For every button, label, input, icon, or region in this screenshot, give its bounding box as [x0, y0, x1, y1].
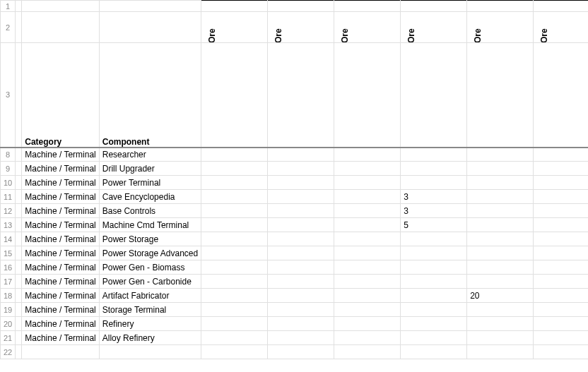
data-cell[interactable] [534, 275, 588, 289]
data-cell[interactable] [334, 176, 401, 190]
cell[interactable] [16, 232, 22, 246]
data-cell[interactable] [201, 218, 268, 232]
category-cell[interactable]: Machine / Terminal [22, 303, 100, 317]
data-cell[interactable] [334, 204, 401, 218]
component-header[interactable]: Component [99, 43, 201, 148]
column-group-header[interactable]: Ore [201, 12, 268, 43]
data-cell[interactable] [268, 289, 334, 303]
category-cell[interactable]: Machine / Terminal [22, 260, 100, 275]
data-cell[interactable] [534, 204, 588, 218]
data-cell[interactable] [334, 303, 401, 317]
data-cell[interactable] [334, 275, 401, 289]
cell[interactable] [16, 162, 22, 176]
cell[interactable] [201, 1, 268, 12]
data-cell[interactable] [268, 260, 334, 275]
data-cell[interactable] [268, 190, 334, 204]
data-cell[interactable] [401, 176, 467, 190]
data-cell[interactable] [334, 331, 401, 345]
category-cell[interactable]: Machine / Terminal [22, 176, 100, 190]
component-cell[interactable]: Storage Terminal [99, 303, 201, 317]
data-cell[interactable] [201, 303, 268, 317]
data-cell[interactable] [334, 190, 401, 204]
cell[interactable] [16, 12, 22, 43]
data-cell[interactable] [268, 246, 334, 260]
data-cell[interactable] [467, 303, 534, 317]
cell[interactable] [268, 345, 334, 359]
data-cell[interactable] [467, 162, 534, 176]
data-cell[interactable] [201, 331, 268, 345]
component-cell[interactable]: Base Controls [99, 204, 201, 218]
data-cell[interactable] [268, 303, 334, 317]
data-cell[interactable] [467, 246, 534, 260]
data-cell[interactable] [401, 246, 467, 260]
cell[interactable] [99, 345, 201, 359]
data-cell[interactable] [268, 176, 334, 190]
data-cell[interactable]: 20 [467, 289, 534, 303]
cell[interactable] [201, 345, 268, 359]
data-cell[interactable] [201, 317, 268, 331]
data-cell[interactable] [534, 260, 588, 275]
cell[interactable] [22, 345, 100, 359]
data-cell[interactable] [268, 232, 334, 246]
cell[interactable] [534, 1, 588, 12]
data-cell[interactable] [534, 218, 588, 232]
category-cell[interactable]: Machine / Terminal [22, 289, 100, 303]
cell[interactable] [22, 1, 100, 12]
data-cell[interactable] [268, 204, 334, 218]
cell[interactable] [16, 204, 22, 218]
data-cell[interactable] [201, 162, 268, 176]
data-cell[interactable] [201, 190, 268, 204]
data-cell[interactable] [268, 162, 334, 176]
data-cell[interactable] [268, 331, 334, 345]
data-cell[interactable] [201, 275, 268, 289]
component-cell[interactable]: Power Gen - Biomass [99, 260, 201, 275]
cell[interactable] [16, 303, 22, 317]
data-cell[interactable] [401, 148, 467, 162]
category-cell[interactable]: Machine / Terminal [22, 317, 100, 331]
cell[interactable] [16, 289, 22, 303]
component-cell[interactable]: Cave Encyclopedia [99, 190, 201, 204]
data-cell[interactable] [467, 317, 534, 331]
cell[interactable] [334, 345, 401, 359]
data-cell[interactable] [467, 331, 534, 345]
data-cell[interactable] [467, 232, 534, 246]
category-cell[interactable]: Machine / Terminal [22, 190, 100, 204]
column-group-header[interactable]: Ore [268, 12, 334, 43]
cell[interactable] [22, 12, 100, 43]
component-cell[interactable]: Alloy Refinery [99, 331, 201, 345]
cell[interactable] [467, 345, 534, 359]
data-cell[interactable] [467, 176, 534, 190]
column-group-header[interactable]: Ore [534, 12, 588, 43]
data-cell[interactable] [401, 162, 467, 176]
cell[interactable] [401, 1, 467, 12]
cell[interactable] [16, 317, 22, 331]
cell[interactable] [268, 1, 334, 12]
column-group-header[interactable]: Ore [401, 12, 467, 43]
data-cell[interactable] [467, 275, 534, 289]
data-cell[interactable] [534, 148, 588, 162]
data-cell[interactable] [334, 246, 401, 260]
column-header[interactable]: Calamine [401, 43, 467, 148]
cell[interactable] [16, 260, 22, 275]
data-cell[interactable] [268, 218, 334, 232]
data-cell[interactable] [201, 289, 268, 303]
category-cell[interactable]: Machine / Terminal [22, 218, 100, 232]
data-cell[interactable] [401, 303, 467, 317]
column-header[interactable]: Carbonide [534, 43, 588, 148]
data-cell[interactable] [334, 232, 401, 246]
data-cell[interactable] [201, 260, 268, 275]
cell[interactable] [16, 331, 22, 345]
data-cell[interactable] [268, 275, 334, 289]
column-group-header[interactable]: Ore [467, 12, 534, 43]
category-cell[interactable]: Machine / Terminal [22, 148, 100, 162]
data-cell[interactable] [334, 148, 401, 162]
data-cell[interactable] [334, 218, 401, 232]
component-cell[interactable]: Artifact Fabricator [99, 289, 201, 303]
cell[interactable] [334, 1, 401, 12]
cell[interactable] [16, 218, 22, 232]
data-cell[interactable] [534, 303, 588, 317]
category-header[interactable]: Category [22, 43, 100, 148]
data-cell[interactable] [401, 317, 467, 331]
data-cell[interactable] [201, 204, 268, 218]
data-cell[interactable] [534, 317, 588, 331]
